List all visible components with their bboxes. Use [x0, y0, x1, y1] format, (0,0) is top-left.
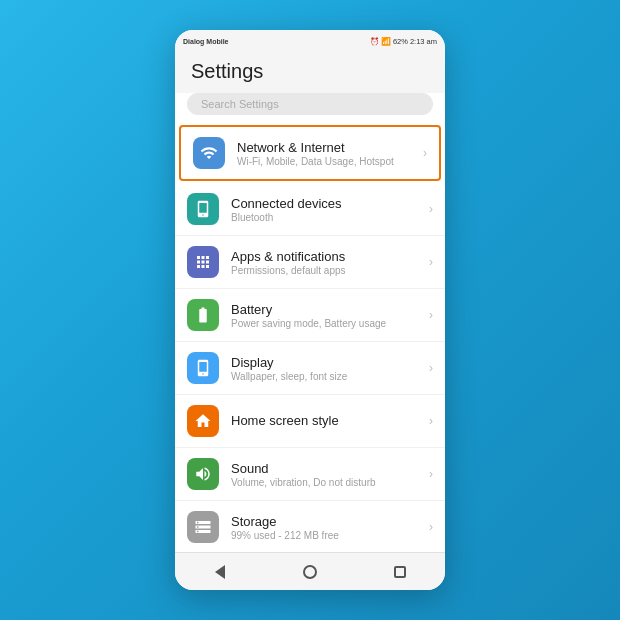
wifi-icon	[200, 144, 218, 162]
connected-icon-wrap	[187, 193, 219, 225]
status-left: Dialog Mobile	[183, 38, 229, 45]
display-subtitle: Wallpaper, sleep, font size	[231, 371, 425, 382]
sound-icon-wrap	[187, 458, 219, 490]
network-icon-wrap	[193, 137, 225, 169]
search-bar[interactable]: Search Settings	[187, 93, 433, 115]
apps-icon	[194, 253, 212, 271]
nav-back-button[interactable]	[206, 558, 234, 586]
home-nav-icon	[303, 565, 317, 579]
nav-bar	[175, 552, 445, 590]
sound-title: Sound	[231, 461, 425, 476]
connected-item-text: Connected devices Bluetooth	[231, 196, 425, 223]
storage-icon-wrap	[187, 511, 219, 543]
phone-frame: Dialog Mobile ⏰ 📶 62% 2:13 am Settings S…	[175, 30, 445, 590]
settings-item-network[interactable]: Network & Internet Wi-Fi, Mobile, Data U…	[179, 125, 441, 181]
nav-home-button[interactable]	[296, 558, 324, 586]
display-chevron: ›	[429, 361, 433, 375]
network-title: Network & Internet	[237, 140, 419, 155]
apps-title: Apps & notifications	[231, 249, 425, 264]
settings-item-apps[interactable]: Apps & notifications Permissions, defaul…	[175, 236, 445, 289]
storage-subtitle: 99% used - 212 MB free	[231, 530, 425, 541]
settings-item-storage[interactable]: Storage 99% used - 212 MB free ›	[175, 501, 445, 552]
storage-title: Storage	[231, 514, 425, 529]
page-title: Settings	[175, 52, 445, 93]
home-icon	[194, 412, 212, 430]
homescreen-icon-wrap	[187, 405, 219, 437]
network-chevron: ›	[423, 146, 427, 160]
network-item-text: Network & Internet Wi-Fi, Mobile, Data U…	[237, 140, 419, 167]
battery-chevron: ›	[429, 308, 433, 322]
display-item-text: Display Wallpaper, sleep, font size	[231, 355, 425, 382]
settings-list: Network & Internet Wi-Fi, Mobile, Data U…	[175, 123, 445, 552]
display-icon-wrap	[187, 352, 219, 384]
battery-icon-wrap	[187, 299, 219, 331]
wifi-status-icon: 📶	[381, 37, 391, 46]
apps-chevron: ›	[429, 255, 433, 269]
battery-icon	[194, 306, 212, 324]
battery-text: 62%	[393, 37, 408, 46]
connected-title: Connected devices	[231, 196, 425, 211]
sound-item-text: Sound Volume, vibration, Do not disturb	[231, 461, 425, 488]
homescreen-title: Home screen style	[231, 413, 425, 428]
nav-recents-button[interactable]	[386, 558, 414, 586]
carrier-text: Dialog Mobile	[183, 38, 229, 45]
settings-item-sound[interactable]: Sound Volume, vibration, Do not disturb …	[175, 448, 445, 501]
apps-icon-wrap	[187, 246, 219, 278]
storage-item-text: Storage 99% used - 212 MB free	[231, 514, 425, 541]
sound-subtitle: Volume, vibration, Do not disturb	[231, 477, 425, 488]
homescreen-item-text: Home screen style	[231, 413, 425, 429]
settings-item-display[interactable]: Display Wallpaper, sleep, font size ›	[175, 342, 445, 395]
display-icon	[194, 359, 212, 377]
status-right: ⏰ 📶 62% 2:13 am	[370, 37, 437, 46]
back-icon	[215, 565, 225, 579]
battery-item-text: Battery Power saving mode, Battery usage	[231, 302, 425, 329]
settings-item-battery[interactable]: Battery Power saving mode, Battery usage…	[175, 289, 445, 342]
display-title: Display	[231, 355, 425, 370]
apps-subtitle: Permissions, default apps	[231, 265, 425, 276]
recents-icon	[394, 566, 406, 578]
search-placeholder: Search Settings	[201, 98, 279, 110]
connected-subtitle: Bluetooth	[231, 212, 425, 223]
status-bar: Dialog Mobile ⏰ 📶 62% 2:13 am	[175, 30, 445, 52]
sound-chevron: ›	[429, 467, 433, 481]
storage-icon	[194, 518, 212, 536]
sound-icon	[194, 465, 212, 483]
connected-chevron: ›	[429, 202, 433, 216]
settings-item-homescreen[interactable]: Home screen style ›	[175, 395, 445, 448]
connected-icon	[194, 200, 212, 218]
alarm-icon: ⏰	[370, 37, 379, 46]
battery-subtitle: Power saving mode, Battery usage	[231, 318, 425, 329]
network-subtitle: Wi-Fi, Mobile, Data Usage, Hotspot	[237, 156, 419, 167]
apps-item-text: Apps & notifications Permissions, defaul…	[231, 249, 425, 276]
battery-title: Battery	[231, 302, 425, 317]
settings-item-connected[interactable]: Connected devices Bluetooth ›	[175, 183, 445, 236]
time-text: 2:13 am	[410, 37, 437, 46]
storage-chevron: ›	[429, 520, 433, 534]
homescreen-chevron: ›	[429, 414, 433, 428]
